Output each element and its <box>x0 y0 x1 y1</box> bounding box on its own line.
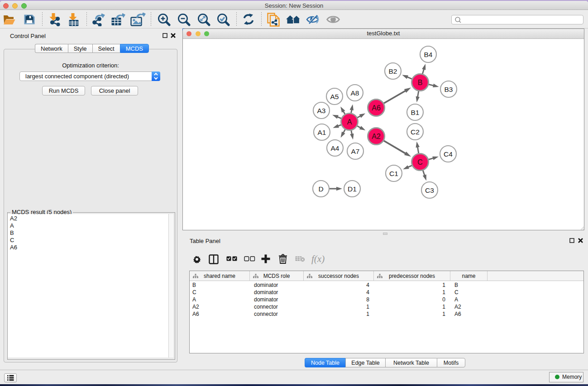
svg-text:C1: C1 <box>389 170 398 177</box>
svg-text:B4: B4 <box>424 51 433 58</box>
svg-text:D1: D1 <box>348 185 357 193</box>
svg-text:B: B <box>418 79 423 86</box>
svg-text:A4: A4 <box>331 144 339 152</box>
svg-text:D: D <box>318 185 323 193</box>
svg-text:A6: A6 <box>372 104 381 112</box>
svg-text:C2: C2 <box>411 128 420 136</box>
svg-text:A1: A1 <box>318 129 326 136</box>
svg-text:A2: A2 <box>372 133 381 140</box>
svg-text:A: A <box>347 118 352 126</box>
svg-text:B2: B2 <box>389 67 397 75</box>
svg-text:A5: A5 <box>330 93 339 100</box>
svg-text:B1: B1 <box>411 109 420 116</box>
svg-text:B3: B3 <box>445 86 453 93</box>
svg-text:A3: A3 <box>317 107 326 114</box>
svg-text:C4: C4 <box>444 150 453 158</box>
svg-text:C: C <box>417 158 423 166</box>
svg-text:A7: A7 <box>351 148 360 155</box>
svg-text:C3: C3 <box>425 186 434 194</box>
svg-text:A8: A8 <box>351 89 359 97</box>
